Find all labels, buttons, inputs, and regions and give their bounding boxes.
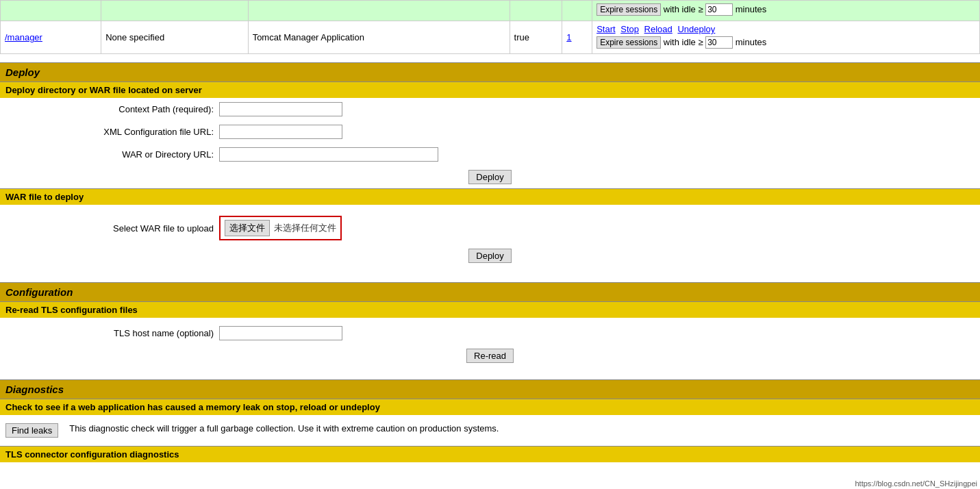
war-dir-row: WAR or Directory URL: xyxy=(0,143,980,166)
sessions-cell: 1 xyxy=(562,21,592,54)
deploy-subsection-title: Deploy directory or WAR file located on … xyxy=(5,85,202,95)
idle-input[interactable] xyxy=(705,36,733,49)
path-cell-top xyxy=(1,1,101,21)
context-path-label: Context Path (required): xyxy=(0,104,219,114)
find-leaks-row: Find leaks This diagnostic check will tr… xyxy=(0,419,980,442)
reload-link[interactable]: Reload xyxy=(644,24,673,34)
war-dir-label: WAR or Directory URL: xyxy=(0,149,219,160)
undeploy-link[interactable]: Undeploy xyxy=(677,24,715,34)
actions-cell-manager: Start Stop Reload Undeploy Expire sessio… xyxy=(592,21,980,54)
tls-host-row: TLS host name (optional) xyxy=(0,322,980,344)
deploy-button-row: Deploy xyxy=(0,166,980,188)
context-path-input[interactable] xyxy=(219,102,342,116)
no-file-text: 未选择任何文件 xyxy=(274,222,336,234)
description-cell: Tomcat Manager Application xyxy=(248,21,510,54)
diagnostics-section: Diagnostics Check to see if a web applic… xyxy=(0,379,980,462)
with-idle-label-top: with idle ≥ xyxy=(664,4,703,14)
start-link[interactable]: Start xyxy=(596,24,615,34)
minutes-label: minutes xyxy=(736,37,767,47)
xml-config-label: XML Configuration file URL: xyxy=(0,127,219,137)
reread-button-row: Re-read xyxy=(0,344,980,367)
memory-leak-subsection-header: Check to see if a web application has ca… xyxy=(0,399,980,415)
config-form: TLS host name (optional) Re-read xyxy=(0,318,980,371)
configuration-section-header: Configuration xyxy=(0,282,980,301)
xml-config-input[interactable] xyxy=(219,125,342,139)
running-cell: true xyxy=(510,21,562,54)
deploy-form: Context Path (required): XML Configurati… xyxy=(0,98,980,188)
configuration-section: Configuration Re-read TLS configuration … xyxy=(0,282,980,371)
idle-input-top[interactable] xyxy=(705,3,733,16)
diagnostics-title: Diagnostics xyxy=(5,384,64,395)
war-deploy-button-row: Deploy xyxy=(0,244,980,267)
tls-connector-subsection-header: TLS connector configuration diagnostics xyxy=(0,446,980,462)
upload-row: Select WAR file to upload 选择文件 未选择任何文件 xyxy=(0,212,980,244)
deploy-title: Deploy xyxy=(5,66,40,78)
tls-host-label: TLS host name (optional) xyxy=(0,328,219,338)
file-input-wrapper: 选择文件 未选择任何文件 xyxy=(219,216,342,240)
xml-config-row: XML Configuration file URL: xyxy=(0,121,980,143)
minutes-label-top: minutes xyxy=(736,4,767,14)
with-idle-label: with idle ≥ xyxy=(664,37,703,47)
war-file-section-title: WAR file to deploy xyxy=(5,192,84,202)
tls-host-input[interactable] xyxy=(219,326,342,340)
expire-sessions-button-top[interactable]: Expire sessions xyxy=(596,3,661,16)
memory-leak-subsection-title: Check to see if a web application has ca… xyxy=(5,402,380,412)
display-name-value: None specified xyxy=(105,32,164,42)
choose-file-button[interactable]: 选择文件 xyxy=(225,220,270,236)
actions-cell-top: Expire sessions with idle ≥ minutes xyxy=(592,1,980,21)
select-war-label: Select WAR file to upload xyxy=(0,223,219,234)
find-leaks-description: This diagnostic check will trigger a ful… xyxy=(69,423,499,434)
tls-connector-title: TLS connector configuration diagnostics xyxy=(5,449,179,460)
configuration-title: Configuration xyxy=(5,286,73,298)
expire-sessions-button[interactable]: Expire sessions xyxy=(596,36,661,49)
find-leaks-button[interactable]: Find leaks xyxy=(5,423,58,438)
war-file-subsection-header: WAR file to deploy xyxy=(0,188,980,205)
stop-link[interactable]: Stop xyxy=(620,24,639,34)
tls-subsection-title: Re-read TLS configuration files xyxy=(5,305,138,315)
context-path-row: Context Path (required): xyxy=(0,98,980,121)
running-value: true xyxy=(514,32,529,42)
display-name-cell: None specified xyxy=(101,21,248,54)
deploy-subsection-header: Deploy directory or WAR file located on … xyxy=(0,82,980,98)
war-dir-input[interactable] xyxy=(219,147,438,162)
manager-path-link[interactable]: /manager xyxy=(5,32,42,42)
diagnostics-form: Find leaks This diagnostic check will tr… xyxy=(0,415,980,446)
war-deploy-button[interactable]: Deploy xyxy=(468,249,511,263)
running-cell-top xyxy=(510,1,562,21)
description-value: Tomcat Manager Application xyxy=(253,32,364,42)
path-cell: /manager xyxy=(1,21,101,54)
reread-button[interactable]: Re-read xyxy=(466,349,514,363)
table-row-manager: /manager None specified Tomcat Manager A… xyxy=(1,21,980,54)
tls-subsection-header: Re-read TLS configuration files xyxy=(0,301,980,318)
diagnostics-section-header: Diagnostics xyxy=(0,379,980,399)
sessions-link[interactable]: 1 xyxy=(566,32,571,42)
deploy-section: Deploy Deploy directory or WAR file loca… xyxy=(0,62,980,274)
table-row-top: Expire sessions with idle ≥ minutes xyxy=(1,1,980,21)
sessions-cell-top xyxy=(562,1,592,21)
description-cell-top xyxy=(248,1,510,21)
deploy-section-header: Deploy xyxy=(0,62,980,82)
deploy-button[interactable]: Deploy xyxy=(468,170,511,184)
display-name-cell-top xyxy=(101,1,248,21)
war-file-area: Select WAR file to upload 选择文件 未选择任何文件 D… xyxy=(0,205,980,274)
